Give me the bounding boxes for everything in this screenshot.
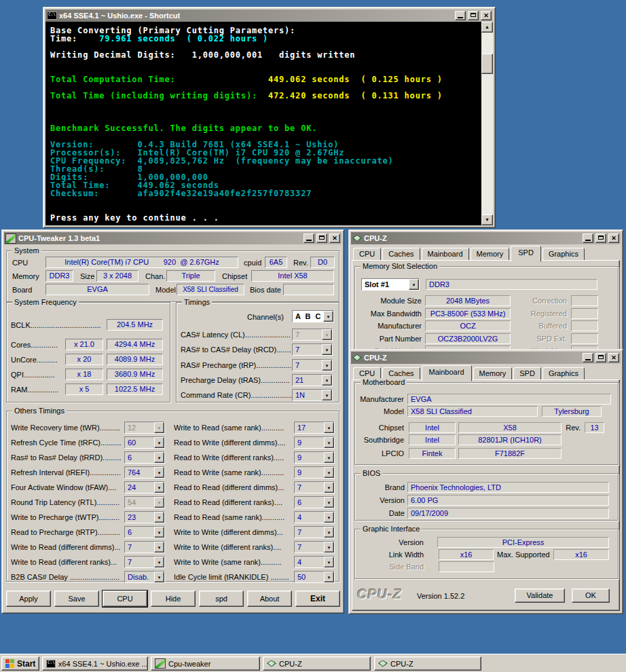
chevron-down-icon[interactable] — [154, 557, 164, 567]
chevron-down-icon[interactable] — [154, 512, 164, 523]
chevron-down-icon[interactable] — [154, 467, 164, 478]
chevron-down-icon[interactable] — [154, 482, 164, 493]
timing-dropdown[interactable]: 6 — [124, 451, 165, 464]
minimize-button[interactable] — [303, 234, 314, 243]
timing-dropdown[interactable]: 23 — [124, 511, 165, 523]
chevron-down-icon[interactable] — [324, 497, 334, 508]
timing-dropdown[interactable]: 60 — [124, 436, 165, 449]
minimize-button[interactable] — [583, 234, 593, 243]
timing-dropdown[interactable]: 9 — [294, 451, 335, 464]
chevron-down-icon[interactable] — [154, 542, 164, 553]
timing-dropdown[interactable]: 50 — [294, 571, 335, 583]
chevron-down-icon[interactable] — [324, 527, 334, 538]
chevron-down-icon[interactable] — [324, 512, 334, 523]
chevron-down-icon[interactable] — [324, 437, 334, 448]
chevron-down-icon[interactable] — [323, 311, 333, 322]
timing-dropdown[interactable]: 9 — [294, 436, 335, 449]
minimize-button[interactable] — [583, 353, 593, 362]
chevron-down-icon[interactable] — [324, 572, 334, 582]
timing-dropdown[interactable]: 24 — [124, 481, 165, 493]
timing-dropdown[interactable]: 17 — [294, 422, 335, 434]
tab-mainboard[interactable]: Mainboard — [422, 365, 472, 381]
close-button[interactable] — [608, 234, 619, 243]
chevron-down-icon[interactable] — [322, 390, 332, 400]
timing-dropdown[interactable]: 21 — [292, 374, 333, 386]
minimize-button[interactable] — [455, 11, 466, 20]
scroll-up-icon[interactable] — [481, 22, 493, 33]
tab-mainboard[interactable]: Mainboard — [422, 248, 469, 261]
chevron-down-icon[interactable] — [154, 527, 164, 538]
ok-button[interactable]: OK — [572, 589, 610, 603]
timing-dropdown[interactable]: 7 — [294, 541, 335, 553]
slot-select[interactable]: Slot #1 — [361, 278, 420, 291]
tab-memory[interactable]: Memory — [471, 248, 510, 261]
tab-graphics[interactable]: Graphics — [542, 248, 585, 261]
chevron-down-icon[interactable] — [324, 557, 334, 567]
chevron-down-icon[interactable] — [322, 360, 332, 371]
tab-caches[interactable]: Caches — [382, 248, 420, 261]
timing-dropdown[interactable]: 7 — [294, 526, 335, 538]
timing-dropdown[interactable]: 7 — [292, 359, 333, 371]
timing-dropdown[interactable]: 9 — [294, 466, 335, 479]
cpuz-spd-titlebar[interactable]: CPU-Z — [351, 232, 621, 244]
close-button[interactable] — [329, 234, 340, 243]
chevron-down-icon[interactable] — [154, 437, 164, 448]
timing-dropdown[interactable]: 6 — [124, 526, 165, 538]
tab-spd[interactable]: SPD — [513, 367, 541, 381]
chevron-down-icon[interactable] — [322, 344, 332, 355]
close-button[interactable] — [481, 11, 492, 20]
timing-dropdown[interactable]: 7 — [294, 481, 335, 493]
taskbar-task[interactable]: CPU-Z — [374, 656, 481, 671]
maximize-button[interactable] — [595, 353, 606, 362]
about-button[interactable]: About — [247, 591, 292, 607]
exit-button[interactable]: Exit — [295, 591, 340, 607]
spd-button[interactable]: spd — [199, 591, 244, 607]
tab-graphics[interactable]: Graphics — [542, 367, 585, 381]
save-button[interactable]: Save — [54, 591, 99, 607]
maximize-button[interactable] — [468, 11, 479, 20]
chevron-down-icon[interactable] — [324, 482, 334, 493]
hide-button[interactable]: Hide — [151, 591, 196, 607]
cpu-button[interactable]: CPU — [103, 591, 147, 607]
cpuz-version-text: Version 1.52.2 — [417, 592, 464, 600]
link-width-label: Link Width — [355, 550, 424, 559]
chevron-down-icon[interactable] — [409, 279, 419, 290]
timing-dropdown[interactable]: 7 — [124, 556, 165, 568]
chevron-down-icon[interactable] — [324, 422, 334, 433]
chevron-down-icon[interactable] — [154, 452, 164, 463]
console-titlebar[interactable]: C:\ x64 SSE4.1 ~ Ushio.exe - Shortcut — [45, 10, 493, 22]
tab-memory[interactable]: Memory — [473, 367, 513, 381]
cpu-tweaker-titlebar[interactable]: CPU-Tweaker 1.3 beta1 — [4, 232, 342, 244]
maximize-button[interactable] — [316, 234, 327, 243]
timing-dropdown[interactable]: 4 — [294, 556, 335, 568]
taskbar-task[interactable]: Cpu-tweaker — [151, 656, 260, 671]
timing-dropdown[interactable]: 6 — [294, 496, 335, 508]
chevron-down-icon[interactable] — [324, 467, 334, 478]
tab-cpu[interactable]: CPU — [353, 248, 381, 261]
taskbar: Start C:\x64 SSE4.1 ~ Ushio.exe ...Cpu-t… — [0, 654, 626, 672]
channels-select[interactable]: A B C — [292, 310, 334, 322]
timing-dropdown[interactable]: 764 — [124, 466, 165, 479]
chevron-down-icon[interactable] — [322, 375, 332, 386]
apply-button[interactable]: Apply — [6, 591, 51, 607]
scroll-down-icon[interactable] — [481, 214, 493, 225]
validate-button[interactable]: Validate — [515, 589, 565, 603]
cpuz-mainboard-titlebar[interactable]: CPU-Z — [351, 352, 621, 364]
timing-dropdown[interactable]: 7 — [292, 343, 333, 356]
taskbar-task[interactable]: CPU-Z — [263, 656, 371, 671]
maximize-button[interactable] — [595, 234, 606, 243]
taskbar-task[interactable]: C:\x64 SSE4.1 ~ Ushio.exe ... — [42, 656, 148, 671]
scrollbar-thumb[interactable] — [481, 54, 493, 74]
close-button[interactable] — [608, 353, 619, 362]
tab-spd[interactable]: SPD — [511, 246, 541, 262]
timing-dropdown[interactable]: 4 — [294, 511, 335, 523]
timing-dropdown[interactable]: Disab. — [124, 571, 165, 583]
chevron-down-icon[interactable] — [324, 542, 334, 553]
timing-dropdown[interactable]: 7 — [124, 541, 165, 553]
console-scrollbar[interactable] — [481, 22, 493, 225]
start-button[interactable]: Start — [1, 656, 39, 671]
chevron-down-icon[interactable] — [154, 572, 164, 582]
timing-row-label: Ras# to Ras# Delay (tRRD)......... — [11, 453, 122, 462]
chevron-down-icon[interactable] — [324, 452, 334, 463]
timing-dropdown[interactable]: 1N — [292, 389, 333, 401]
